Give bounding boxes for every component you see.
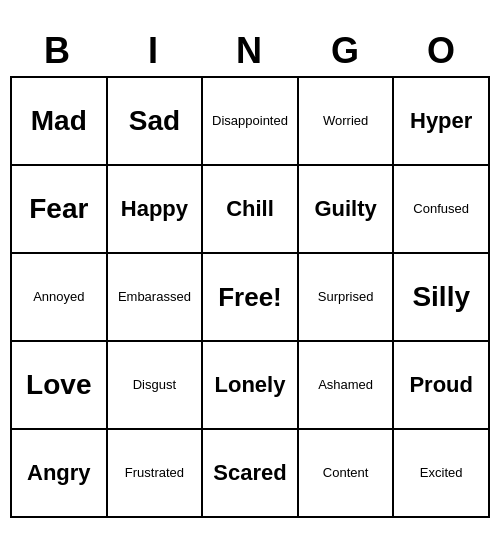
- cell-text: Annoyed: [33, 290, 84, 304]
- bingo-cell: Lonely: [203, 342, 299, 430]
- bingo-cell: Embarassed: [108, 254, 204, 342]
- cell-text: Proud: [409, 373, 473, 397]
- cell-text: Happy: [121, 197, 188, 221]
- bingo-cell: Frustrated: [108, 430, 204, 518]
- cell-text: Confused: [413, 202, 469, 216]
- header-letter: I: [106, 26, 202, 76]
- cell-text: Love: [26, 370, 91, 401]
- bingo-cell: Chill: [203, 166, 299, 254]
- bingo-cell: Surprised: [299, 254, 395, 342]
- bingo-cell: Content: [299, 430, 395, 518]
- cell-text: Content: [323, 466, 369, 480]
- bingo-cell: Free!: [203, 254, 299, 342]
- bingo-cell: Silly: [394, 254, 490, 342]
- bingo-cell: Disgust: [108, 342, 204, 430]
- bingo-cell: Excited: [394, 430, 490, 518]
- bingo-cell: Happy: [108, 166, 204, 254]
- cell-text: Silly: [412, 282, 470, 313]
- bingo-cell: Confused: [394, 166, 490, 254]
- cell-text: Embarassed: [118, 290, 191, 304]
- header-letter: B: [10, 26, 106, 76]
- cell-text: Mad: [31, 106, 87, 137]
- bingo-cell: Guilty: [299, 166, 395, 254]
- bingo-cell: Mad: [12, 78, 108, 166]
- bingo-cell: Ashamed: [299, 342, 395, 430]
- cell-text: Guilty: [314, 197, 376, 221]
- cell-text: Frustrated: [125, 466, 184, 480]
- cell-text: Worried: [323, 114, 368, 128]
- bingo-cell: Angry: [12, 430, 108, 518]
- bingo-cell: Annoyed: [12, 254, 108, 342]
- header-letter: O: [394, 26, 490, 76]
- header-letter: N: [202, 26, 298, 76]
- bingo-cell: Love: [12, 342, 108, 430]
- bingo-cell: Disappointed: [203, 78, 299, 166]
- cell-text: Scared: [213, 461, 286, 485]
- bingo-cell: Scared: [203, 430, 299, 518]
- cell-text: Excited: [420, 466, 463, 480]
- cell-text: Fear: [29, 194, 88, 225]
- cell-text: Chill: [226, 197, 274, 221]
- bingo-cell: Hyper: [394, 78, 490, 166]
- cell-text: Disappointed: [212, 114, 288, 128]
- cell-text: Hyper: [410, 109, 472, 133]
- cell-text: Free!: [218, 283, 282, 312]
- bingo-cell: Fear: [12, 166, 108, 254]
- bingo-grid: MadSadDisappointedWorriedHyperFearHappyC…: [10, 76, 490, 518]
- cell-text: Ashamed: [318, 378, 373, 392]
- bingo-cell: Worried: [299, 78, 395, 166]
- cell-text: Sad: [129, 106, 180, 137]
- bingo-card: BINGO MadSadDisappointedWorriedHyperFear…: [10, 26, 490, 518]
- cell-text: Lonely: [215, 373, 286, 397]
- header-letter: G: [298, 26, 394, 76]
- bingo-cell: Proud: [394, 342, 490, 430]
- cell-text: Surprised: [318, 290, 374, 304]
- cell-text: Disgust: [133, 378, 176, 392]
- bingo-header: BINGO: [10, 26, 490, 76]
- bingo-cell: Sad: [108, 78, 204, 166]
- cell-text: Angry: [27, 461, 91, 485]
